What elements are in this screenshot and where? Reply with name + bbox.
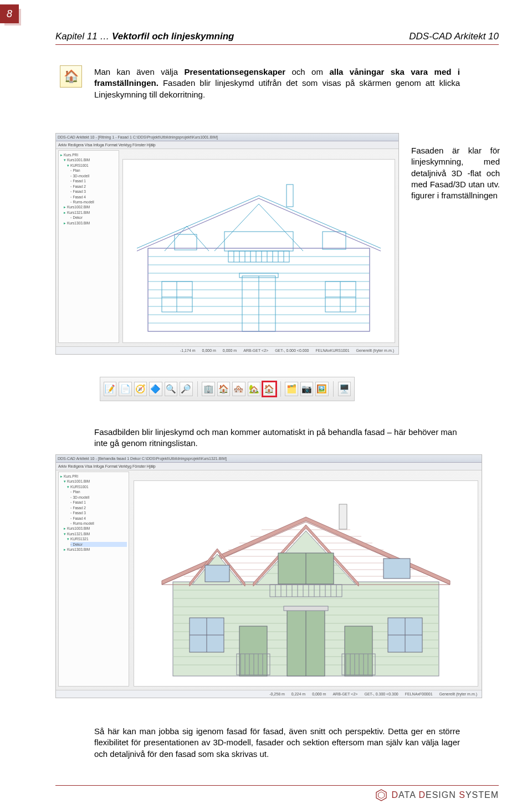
tree-item: 3D-modell xyxy=(73,495,89,499)
tool-houses-icon[interactable]: 🏘️ xyxy=(232,382,245,396)
status-item: GET-, 0.300 <0.300 xyxy=(364,692,398,696)
svg-rect-65 xyxy=(383,559,410,578)
house-rendered xyxy=(151,488,461,687)
window-menubar: Arkiv Redigera Visa Infoga Format Verkty… xyxy=(56,141,398,149)
tool-house-icon[interactable]: 🏠 xyxy=(217,382,230,396)
tree-item: Fasad 1 xyxy=(73,179,86,183)
p1-t1: Man kan även välja xyxy=(94,67,184,76)
tool-building-icon[interactable]: 🏢 xyxy=(202,382,214,396)
tree-item: KURS1001 xyxy=(70,163,89,167)
screenshot-1: DDS-CAD Arkitekt 10 - [Ritning 1 - Fasad… xyxy=(55,133,399,355)
hex-logo-icon xyxy=(375,789,387,801)
chapter-prefix: Kapitel 11 … xyxy=(55,31,112,42)
status-item: 0,000 m xyxy=(223,349,237,352)
tool-zoomred-icon[interactable]: 🔎 xyxy=(180,382,192,396)
tree-item: Fasad 3 xyxy=(73,511,86,515)
tree-item-selected: Dekor xyxy=(73,542,82,546)
tree-item: Kurs1003.BIM xyxy=(67,526,90,530)
status-item: -1,174 m xyxy=(180,349,196,352)
drawing-canvas xyxy=(122,159,395,343)
tool-shape-icon[interactable]: 🔷 xyxy=(149,382,162,396)
svg-marker-107 xyxy=(378,792,384,798)
svg-rect-32 xyxy=(175,234,197,250)
tree-item: Fasad 4 xyxy=(73,195,86,199)
status-bar: -1,174 m 0,000 m 0,000 m ARB-GET <2> GET… xyxy=(56,346,398,354)
tree-item: Rums-modell xyxy=(73,521,94,525)
tool-camera-icon[interactable]: 📷 xyxy=(300,382,313,396)
window-titlebar: DDS-CAD Arkitekt 10 - [Behandla fasad 1 … xyxy=(56,455,482,463)
house-wireframe xyxy=(131,165,386,342)
status-item: FELNAxKURS1001 xyxy=(315,349,349,352)
header-right: DDS-CAD Arkitekt 10 xyxy=(409,31,499,42)
paragraph-1: Man kan även välja Presentationsegenskap… xyxy=(94,66,460,100)
status-item: -0,258 m xyxy=(269,692,285,696)
status-item: 0,000 m xyxy=(312,692,326,696)
footer-logo: DATA DESIGN SYSTEM xyxy=(375,789,499,801)
tool-image-icon[interactable]: 🖼️ xyxy=(315,382,328,396)
tree-item: KURS1001 xyxy=(70,485,89,489)
status-item: Generellt (tryter m.m.) xyxy=(439,692,477,696)
tree-root: ▸Kurs.PRI xyxy=(60,152,117,157)
paragraph-3: Så här kan man jobba sig igenom fasad fö… xyxy=(94,726,460,760)
footer-brand: DATA DESIGN SYSTEM xyxy=(392,790,499,800)
tree-item: Dekor xyxy=(73,216,82,219)
header-left: Kapitel 11 … Vektorfil och linjeskymning xyxy=(55,31,234,42)
toolbar-separator xyxy=(333,381,334,397)
chapter-title: Vektorfil och linjeskymning xyxy=(112,31,234,42)
tool-layers-icon[interactable]: 🗂️ xyxy=(285,382,298,396)
toolbar-separator xyxy=(197,381,198,397)
tree-item: Plan xyxy=(73,490,80,494)
svg-rect-56 xyxy=(339,504,347,529)
p1-t2: och om xyxy=(292,67,330,76)
tree-item: KURS1321 xyxy=(70,537,89,541)
tree-item: Fasad 2 xyxy=(73,185,86,188)
tool-page-icon[interactable]: 📄 xyxy=(119,382,131,396)
status-item: GET-, 0.000 <0.000 xyxy=(275,349,309,352)
toolbar-strip: 📝 📄 🧭 🔷 🔍 🔎 🏢 🏠 🏘️ 🏡 🏠 🗂️ 📷 🖼️ 🖥️ xyxy=(100,377,355,401)
tool-lineshade-house-icon[interactable]: 🏠 xyxy=(263,382,275,396)
status-bar: -0,258 m 0,224 m 0,000 m ARB-GET <2> GET… xyxy=(56,690,482,698)
svg-marker-106 xyxy=(376,790,386,801)
project-tree: ▸Kurs.PRI ▾Kurs1001.BIM ▾KURS1001 ▫Plan … xyxy=(58,472,129,687)
toolbar-separator xyxy=(280,381,281,397)
tool-compass-icon[interactable]: 🧭 xyxy=(134,382,147,396)
house-icon: 🏠 xyxy=(60,65,82,88)
tree-item: Fasad 2 xyxy=(73,506,86,510)
project-tree: ▸Kurs.PRI ▾Kurs1001.BIM ▾KURS1001 ▫Plan … xyxy=(58,150,119,343)
tree-item: Kurs1001.BIM xyxy=(67,479,90,483)
tool-screen-icon[interactable]: 🖥️ xyxy=(338,382,351,396)
tool-house3-icon[interactable]: 🏡 xyxy=(248,382,260,396)
status-item: 0,000 m xyxy=(202,349,216,352)
drawing-canvas xyxy=(134,480,478,687)
tool-zoom-icon[interactable]: 🔍 xyxy=(165,382,177,396)
status-item: Generellt (tryter m.m.) xyxy=(356,349,394,352)
status-item: 0,224 m xyxy=(291,692,305,696)
tree-item: Kurs1303.BIM xyxy=(67,547,90,551)
status-item: FELNAxF00001 xyxy=(405,692,433,696)
tree-item: Plan xyxy=(73,168,80,172)
page-number-badge: 8 xyxy=(0,4,19,23)
tree-item: Rums-modell xyxy=(73,200,94,204)
footer-rule xyxy=(55,785,499,786)
tree-item: Kurs1321.BIM xyxy=(67,211,90,214)
screenshot-2: DDS-CAD Arkitekt 10 - [Behandla fasad 1 … xyxy=(55,454,482,698)
window-titlebar: DDS-CAD Arkitekt 10 - [Ritning 1 - Fasad… xyxy=(56,134,398,141)
tree-item: Fasad 3 xyxy=(73,190,86,193)
paragraph-2: Fasadbilden blir linjeskymd och man komm… xyxy=(94,427,460,449)
side-note: Fasaden är klar för linjeskymning, med d… xyxy=(411,145,500,201)
tree-item: Kurs1321.BIM xyxy=(67,532,90,536)
tool-edit-icon[interactable]: 📝 xyxy=(104,382,116,396)
tree-item: 3D-modell xyxy=(73,174,89,178)
svg-rect-11 xyxy=(287,185,293,207)
tree-item: Kurs1002.BIM xyxy=(67,205,90,209)
status-item: ARB-GET <2> xyxy=(332,692,357,696)
window-menubar: Arkiv Redigera Visa Infoga Format Verkty… xyxy=(56,463,482,470)
tree-item: Kurs1001.BIM xyxy=(67,158,90,162)
page-header: Kapitel 11 … Vektorfil och linjeskymning… xyxy=(55,31,499,45)
svg-rect-89 xyxy=(284,606,328,611)
tree-item: Fasad 1 xyxy=(73,500,86,504)
tree-root: ▸Kurs.PRI xyxy=(60,474,127,479)
status-item: ARB-GET <2> xyxy=(243,349,268,352)
svg-rect-64 xyxy=(205,565,229,582)
p1-b1: Presentationsegenskaper xyxy=(184,67,285,76)
